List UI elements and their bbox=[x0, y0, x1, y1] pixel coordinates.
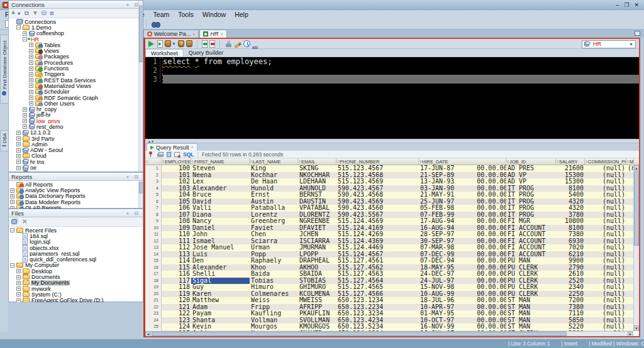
cell-employee_id[interactable]: 122 bbox=[162, 310, 191, 317]
cell-first_name[interactable]: Alexander bbox=[191, 264, 250, 271]
tree-item-desktop[interactable]: +Desktop bbox=[9, 268, 143, 274]
tree-item-3rd-party[interactable]: +3rd Party bbox=[9, 136, 143, 141]
cell-hire_date[interactable]: 01-MAY-95 00.00.00 bbox=[419, 310, 506, 317]
table-row[interactable]: 3102LexDe HaanLDEHAAN515.123.456913-JAN-… bbox=[145, 178, 633, 185]
expander-icon[interactable]: + bbox=[23, 107, 27, 112]
cell-hire_date[interactable]: 24-DEC-97 00.00.00 bbox=[419, 271, 506, 278]
tree-item-mywork[interactable]: +mywork bbox=[9, 286, 143, 291]
cell-man[interactable] bbox=[626, 324, 633, 330]
cell-man[interactable] bbox=[626, 264, 633, 271]
cell-phone_number[interactable]: 590.423.4567 bbox=[336, 185, 419, 192]
cell-employee_id[interactable]: 121 bbox=[162, 304, 191, 311]
cell-salary[interactable]: 4320 bbox=[556, 205, 585, 212]
expander-icon[interactable]: + bbox=[23, 113, 27, 117]
cell-email[interactable]: GHIMURO bbox=[298, 284, 336, 291]
commit-icon[interactable] bbox=[202, 40, 208, 48]
cell-salary[interactable]: 9900 bbox=[556, 258, 585, 264]
cell-first_name[interactable]: Steven bbox=[191, 165, 250, 172]
table-row[interactable]: 14113LuisPoppLPOPP515.124.456707-DEC-99 … bbox=[145, 251, 633, 258]
dock-tab-find-database-object[interactable]: Find Database Object bbox=[0, 35, 8, 104]
cell-employee_id[interactable]: 111 bbox=[162, 238, 191, 245]
print-icon[interactable] bbox=[157, 153, 164, 157]
cell-phone_number[interactable]: 590.423.4569 bbox=[336, 198, 419, 205]
tree-item-os[interactable]: +os bbox=[9, 171, 143, 171]
table-row[interactable]: 4103AlexanderHunoldAHUNOLD590.423.456703… bbox=[145, 185, 633, 192]
column-header-employee_id[interactable]: EMPLOYEE_ID bbox=[162, 158, 191, 165]
cell-salary[interactable]: 7110 bbox=[556, 310, 585, 317]
cell-employee_id[interactable]: 103 bbox=[162, 185, 191, 192]
column-header-job_id[interactable]: JOB_ID bbox=[506, 158, 556, 165]
tree-item-184-sql[interactable]: 184.sql bbox=[9, 233, 143, 239]
table-row[interactable]: 24123ShantaVollmanSVOLLMAN650.123.423410… bbox=[145, 317, 633, 324]
column-header-commission_pct[interactable]: COMMISSION_PCT bbox=[585, 158, 626, 165]
cell-job_id[interactable]: AD VP bbox=[506, 178, 556, 185]
column-header-rownum[interactable] bbox=[145, 158, 162, 165]
cell-first_name[interactable]: Shanta bbox=[191, 317, 250, 324]
cell-last_name[interactable]: Urman bbox=[250, 244, 298, 251]
cell-first_name[interactable]: Jose Manuel bbox=[191, 244, 250, 251]
window-controls[interactable]: –❐✕ bbox=[616, 2, 641, 8]
cell-email[interactable]: DLORENTZ bbox=[298, 212, 336, 219]
cell-job_id[interactable]: PU CLERK bbox=[506, 291, 556, 298]
cell-hire_date[interactable]: 07-DEC-99 00.00.00 bbox=[419, 251, 506, 258]
expander-icon[interactable]: + bbox=[16, 148, 21, 153]
cell-last_name[interactable]: Ernst bbox=[250, 192, 298, 198]
cell-hire_date[interactable]: 30-SEP-97 00.00.00 bbox=[419, 238, 506, 245]
cell-job_id[interactable]: IT PROG bbox=[506, 185, 556, 192]
cell-salary[interactable]: 3780 bbox=[556, 212, 585, 219]
cell-hire_date[interactable]: 07-DEC-94 00.00.00 bbox=[419, 258, 506, 264]
tree-item-scheduler[interactable]: +Scheduler bbox=[9, 89, 143, 95]
tree-item-my-documents[interactable]: +My Documents bbox=[9, 280, 143, 286]
cell-job_id[interactable]: FI ACCOUNT bbox=[506, 244, 556, 251]
cell-man[interactable] bbox=[626, 317, 633, 324]
cell-phone_number[interactable]: 590.423.4560 bbox=[336, 205, 419, 212]
cell-job_id[interactable]: ST MAN bbox=[506, 324, 556, 330]
cell-man[interactable] bbox=[626, 178, 633, 185]
cell-first_name[interactable]: Alexander bbox=[191, 185, 250, 192]
table-row[interactable]: 1100StevenKingSKING515.123.456717-JUN-87… bbox=[145, 165, 633, 172]
tree-item-low-privs[interactable]: +low_privs bbox=[9, 118, 143, 124]
expander-icon[interactable]: + bbox=[23, 31, 27, 36]
cell-commission_pct[interactable]: (null) bbox=[585, 297, 626, 304]
column-header-last_name[interactable]: LAST_NAME bbox=[250, 158, 298, 165]
cell-phone_number[interactable]: 590.423.4568 bbox=[336, 192, 419, 198]
cell-first_name[interactable]: David bbox=[191, 198, 250, 205]
tab-welcome-pa-[interactable]: Welcome Pa...× bbox=[143, 30, 199, 38]
cell-job_id[interactable]: PU CLERK bbox=[506, 264, 556, 271]
cell-job_id[interactable]: PU CLERK bbox=[506, 271, 556, 278]
expander-icon[interactable]: + bbox=[16, 142, 21, 146]
chevron-down-icon[interactable]: ▼ bbox=[172, 41, 176, 46]
tree-item-adw-seoul[interactable]: +ADW - Seoul bbox=[9, 148, 143, 153]
cell-commission_pct[interactable]: (null) bbox=[585, 212, 626, 219]
scrollbar-thumb[interactable] bbox=[152, 332, 567, 336]
cell-job_id[interactable]: IT PROG bbox=[506, 212, 556, 219]
cell-employee_id[interactable]: 109 bbox=[162, 225, 191, 232]
cell-last_name[interactable]: Lorentz bbox=[250, 212, 298, 219]
tab-query-result[interactable]: Query Result × bbox=[147, 143, 197, 151]
cell-phone_number[interactable]: 515.127.4563 bbox=[336, 271, 419, 278]
cell-email[interactable]: SVOLLMAN bbox=[298, 317, 336, 324]
table-row[interactable]: 11110JohnChenJCHEN515.124.426928-SEP-97 … bbox=[145, 231, 633, 238]
table-row[interactable]: 18117SigalTobiasSTOBIAS515.127.456424-JU… bbox=[145, 278, 633, 285]
close-button[interactable]: ✕ bbox=[634, 2, 639, 8]
tree-item-rest-demo[interactable]: +rest_demo bbox=[9, 124, 143, 129]
pin-icon[interactable] bbox=[148, 151, 154, 157]
cell-phone_number[interactable]: 515.127.4562 bbox=[336, 264, 419, 271]
cell-man[interactable] bbox=[626, 231, 633, 238]
cell-job_id[interactable]: IT PROG bbox=[506, 205, 556, 212]
cell-commission_pct[interactable]: (null) bbox=[585, 284, 626, 291]
cell-salary[interactable]: 10800 bbox=[556, 218, 585, 225]
cell-first_name[interactable]: Kevin bbox=[191, 324, 250, 330]
cell-commission_pct[interactable]: (null) bbox=[585, 238, 626, 245]
scroll-down-icon[interactable]: ▼ bbox=[634, 325, 639, 331]
cell-employee_id[interactable]: 115 bbox=[162, 264, 191, 271]
cell-commission_pct[interactable]: (null) bbox=[585, 231, 626, 238]
case-toggle-icon[interactable] bbox=[252, 40, 260, 48]
autotrace-icon[interactable] bbox=[178, 40, 184, 47]
table-row[interactable]: 17116ShelliBaidaSBAIDA515.127.456324-DEC… bbox=[145, 271, 633, 278]
cell-hire_date[interactable]: 10-AUG-99 00.00.00 bbox=[419, 291, 506, 298]
tree-item-hr[interactable]: −HR bbox=[9, 36, 143, 42]
cell-employee_id[interactable]: 107 bbox=[162, 212, 191, 219]
tab-worksheet[interactable]: Worksheet bbox=[145, 49, 184, 57]
tree-item-procedures[interactable]: +Procedures bbox=[9, 60, 143, 65]
